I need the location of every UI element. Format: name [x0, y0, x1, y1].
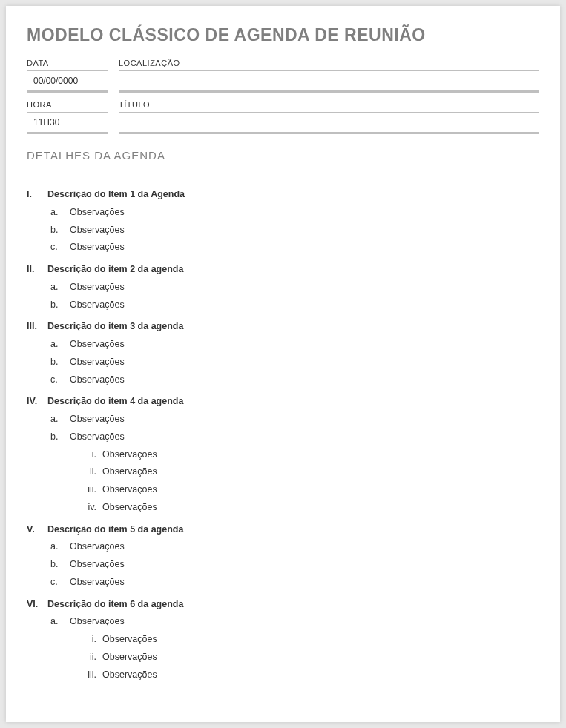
subsubitem-marker: iv.	[82, 499, 102, 517]
subitem-marker: a.	[50, 279, 70, 297]
item-marker: IV.	[27, 393, 47, 411]
subsubitem-text: Observações	[102, 631, 157, 649]
subsubitem-text: Observações	[102, 649, 157, 666]
field-row-2: HORA TÍTULO	[27, 100, 539, 134]
item-title: Descrição do Item 1 da Agenda	[47, 186, 185, 204]
subitem-marker: b.	[50, 354, 70, 371]
subitem-marker: c.	[50, 574, 70, 592]
subitem-text: Observações	[70, 336, 125, 354]
agenda-item: VI.Descrição do item 6 da agenda	[27, 596, 539, 614]
agenda-subitem: a.Observações	[27, 279, 539, 297]
subsubitem-text: Observações	[102, 463, 157, 481]
subitem-text: Observações	[70, 556, 125, 574]
field-group-location: LOCALIZAÇÃO	[119, 59, 539, 93]
item-title: Descrição do item 4 da agenda	[47, 393, 183, 411]
subitem-marker: b.	[50, 556, 70, 574]
subitem-text: Observações	[70, 204, 125, 222]
label-date: DATA	[27, 59, 108, 67]
field-group-time: HORA	[27, 100, 108, 134]
item-marker: VI.	[27, 596, 47, 614]
item-marker: V.	[27, 521, 47, 539]
item-marker: I.	[27, 186, 47, 204]
subitem-text: Observações	[70, 428, 125, 446]
field-row-1: DATA LOCALIZAÇÃO	[27, 59, 539, 93]
subitem-marker: a.	[50, 204, 70, 222]
agenda-item: III.Descrição do item 3 da agenda	[27, 318, 539, 336]
agenda-item: IV.Descrição do item 4 da agenda	[27, 393, 539, 411]
subitem-text: Observações	[70, 574, 125, 592]
agenda-subsubitem: ii.Observações	[27, 463, 539, 481]
input-title[interactable]	[119, 112, 539, 134]
agenda-list: I.Descrição do Item 1 da Agendaa.Observa…	[27, 186, 539, 684]
agenda-item: V.Descrição do item 5 da agenda	[27, 521, 539, 539]
agenda-subsubitem: iii.Observações	[27, 666, 539, 684]
subitem-marker: a.	[50, 538, 70, 556]
subsubitem-marker: iii.	[82, 481, 102, 499]
label-title: TÍTULO	[119, 100, 539, 109]
agenda-item: I.Descrição do Item 1 da Agenda	[27, 186, 539, 204]
agenda-subsubitem: ii.Observações	[27, 649, 539, 666]
agenda-subsubitem: i.Observações	[27, 446, 539, 464]
subitem-marker: b.	[50, 428, 70, 446]
subitem-marker: a.	[50, 336, 70, 354]
agenda-subsubitem: i.Observações	[27, 631, 539, 649]
subitem-text: Observações	[70, 239, 125, 257]
agenda-subitem: a.Observações	[27, 336, 539, 354]
label-location: LOCALIZAÇÃO	[119, 59, 539, 67]
item-title: Descrição do item 2 da agenda	[47, 261, 183, 279]
subitem-text: Observações	[70, 538, 125, 556]
subsubitem-marker: i.	[82, 631, 102, 649]
subitem-text: Observações	[70, 411, 125, 428]
agenda-item: II.Descrição do item 2 da agenda	[27, 261, 539, 279]
subsubitem-marker: ii.	[82, 463, 102, 481]
agenda-subitem: a.Observações	[27, 613, 539, 631]
item-marker: III.	[27, 318, 47, 336]
subitem-text: Observações	[70, 354, 125, 371]
subitem-text: Observações	[70, 371, 125, 389]
agenda-subitem: b.Observações	[27, 428, 539, 446]
item-title: Descrição do item 3 da agenda	[47, 318, 183, 336]
subitem-marker: a.	[50, 411, 70, 428]
agenda-subitem: c.Observações	[27, 574, 539, 592]
subsubitem-text: Observações	[102, 499, 157, 517]
item-title: Descrição do item 5 da agenda	[47, 521, 183, 539]
subitem-text: Observações	[70, 279, 125, 297]
subsubitem-text: Observações	[102, 481, 157, 499]
agenda-subsubitem: iv.Observações	[27, 499, 539, 517]
field-group-title: TÍTULO	[119, 100, 539, 134]
agenda-subitem: c.Observações	[27, 371, 539, 389]
agenda-subitem: a.Observações	[27, 411, 539, 428]
agenda-subitem: b.Observações	[27, 354, 539, 371]
document-page: MODELO CLÁSSICO DE AGENDA DE REUNIÃO DAT…	[6, 6, 560, 722]
input-time[interactable]	[27, 112, 108, 134]
input-date[interactable]	[27, 70, 108, 93]
subitem-marker: b.	[50, 297, 70, 314]
subitem-marker: a.	[50, 613, 70, 631]
agenda-subitem: b.Observações	[27, 222, 539, 239]
subsubitem-text: Observações	[102, 446, 157, 464]
subitem-marker: b.	[50, 222, 70, 239]
subsubitem-marker: i.	[82, 446, 102, 464]
subitem-text: Observações	[70, 222, 125, 239]
agenda-subitem: b.Observações	[27, 297, 539, 314]
subitem-marker: c.	[50, 371, 70, 389]
subitem-marker: c.	[50, 239, 70, 257]
subsubitem-marker: ii.	[82, 649, 102, 666]
agenda-subitem: b.Observações	[27, 556, 539, 574]
agenda-subitem: a.Observações	[27, 538, 539, 556]
item-marker: II.	[27, 261, 47, 279]
subsubitem-marker: iii.	[82, 666, 102, 684]
field-group-date: DATA	[27, 59, 108, 93]
section-heading: DETALHES DA AGENDA	[27, 149, 539, 165]
agenda-subitem: a.Observações	[27, 204, 539, 222]
item-title: Descrição do item 6 da agenda	[47, 596, 183, 614]
agenda-subsubitem: iii.Observações	[27, 481, 539, 499]
input-location[interactable]	[119, 70, 539, 93]
agenda-subitem: c.Observações	[27, 239, 539, 257]
subsubitem-text: Observações	[102, 666, 157, 684]
subitem-text: Observações	[70, 613, 125, 631]
page-title: MODELO CLÁSSICO DE AGENDA DE REUNIÃO	[27, 25, 539, 45]
subitem-text: Observações	[70, 297, 125, 314]
label-time: HORA	[27, 100, 108, 109]
